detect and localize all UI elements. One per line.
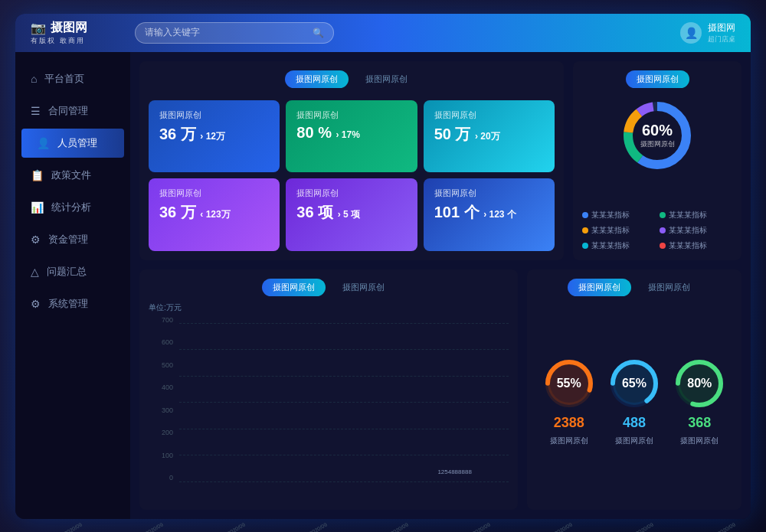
card-value-1: 80 % › 17% bbox=[296, 124, 406, 142]
legend-label-0: 某某某指标 bbox=[591, 210, 630, 220]
main-tab-0[interactable]: 摄图网原创 bbox=[285, 70, 349, 88]
gauge-item-2: 80%368摄图网原创 bbox=[673, 357, 726, 446]
legend-label-1: 某某某指标 bbox=[669, 210, 707, 220]
search-icon[interactable]: 🔍 bbox=[313, 28, 324, 38]
card-title-3: 摄图网原创 bbox=[159, 188, 269, 199]
donut-container: 60% 摄图网原创 bbox=[582, 97, 732, 174]
gauge-item-1: 65%488摄图网原创 bbox=[607, 357, 661, 446]
gauge-item-0: 55%2388摄图网原创 bbox=[542, 357, 596, 446]
legend-5: 某某某指标 bbox=[660, 240, 732, 251]
legend-dot-1 bbox=[660, 212, 666, 218]
cards-panel: 摄图网原创 摄图网原创 摄图网原创 36 万 › 12万 摄图网原创 80 % … bbox=[139, 61, 564, 260]
issues-icon: △ bbox=[31, 266, 39, 278]
user-info: 摄图网 超门店桌 bbox=[708, 21, 735, 44]
legend-label-5: 某某某指标 bbox=[669, 240, 707, 251]
gauge-circle-2: 80% bbox=[673, 357, 726, 410]
content: 摄图网原创 摄图网原创 摄图网原创 36 万 › 12万 摄图网原创 80 % … bbox=[130, 52, 751, 519]
sidebar-item-issues[interactable]: △ 问题汇总 bbox=[15, 257, 130, 286]
legend-label-3: 某某某指标 bbox=[669, 225, 707, 236]
main-tab-1[interactable]: 摄图网原创 bbox=[355, 70, 418, 88]
card-title-2: 摄图网原创 bbox=[434, 109, 544, 121]
card-value-5: 101 个 › 123 个 bbox=[434, 202, 544, 223]
legend-2: 某某某指标 bbox=[582, 225, 655, 236]
user-name: 摄图网 bbox=[708, 21, 735, 34]
gauge-num-0: 2388 bbox=[554, 415, 584, 431]
sidebar-item-home[interactable]: ⌂ 平台首页 bbox=[15, 64, 130, 93]
stat-card-4: 摄图网原创 36 项 › 5 项 bbox=[286, 178, 417, 251]
card-value-4: 36 项 › 5 项 bbox=[296, 202, 406, 223]
card-value-3: 36 万 ‹ 123万 bbox=[159, 202, 269, 223]
donut-center: 60% 摄图网原创 bbox=[640, 122, 675, 149]
legend-1: 某某某指标 bbox=[660, 210, 732, 220]
gauge-row: 55%2388摄图网原创 65%488摄图网原创 80%368摄图网原创 bbox=[536, 302, 732, 501]
bottom-section: 摄图网原创 摄图网原创 单位:万元 7006005004003002001000 bbox=[139, 269, 741, 510]
right-panel-tab[interactable]: 摄图网原创 bbox=[626, 70, 689, 88]
legend-grid: 某某某指标 某某某指标 某某某指标 某某某指标 bbox=[582, 210, 732, 251]
logo-icon: 📷 bbox=[31, 21, 46, 35]
search-bar[interactable]: 请输入关键字 🔍 bbox=[135, 22, 334, 44]
sidebar-label-stats: 统计分析 bbox=[51, 201, 91, 214]
logo-area: 📷 摄图网 有版权 敢商用 bbox=[31, 20, 123, 46]
chart-panel: 摄图网原创 摄图网原创 单位:万元 7006005004003002001000 bbox=[139, 269, 518, 510]
card-title-0: 摄图网原创 bbox=[159, 109, 269, 121]
stat-card-1: 摄图网原创 80 % › 17% bbox=[286, 100, 417, 173]
card-title-5: 摄图网原创 bbox=[434, 188, 544, 199]
system-icon: ⚙ bbox=[31, 298, 41, 310]
gauge-pct-0: 55% bbox=[557, 377, 581, 390]
legend-label-4: 某某某指标 bbox=[591, 240, 630, 251]
sidebar-label-system: 系统管理 bbox=[48, 297, 88, 311]
sidebar-label-policy: 政策文件 bbox=[51, 168, 91, 182]
logo-text: 摄图网 bbox=[51, 20, 87, 36]
gauge-tab-1[interactable]: 摄图网原创 bbox=[637, 279, 701, 296]
chart-unit: 单位:万元 bbox=[149, 302, 509, 313]
stat-card-3: 摄图网原创 36 万 ‹ 123万 bbox=[149, 178, 280, 251]
chart-tabs: 摄图网原创 摄图网原创 bbox=[149, 279, 509, 296]
grid-2 bbox=[179, 376, 509, 377]
card-value-0: 36 万 › 12万 bbox=[159, 124, 269, 145]
sidebar-item-contract[interactable]: ☰ 合同管理 bbox=[15, 96, 130, 126]
gauge-label-0: 摄图网原创 bbox=[550, 436, 588, 446]
sidebar-label-personnel: 人员管理 bbox=[57, 136, 97, 150]
topbar-right: 👤 摄图网 超门店桌 bbox=[680, 21, 735, 44]
gauge-pct-2: 80% bbox=[687, 377, 712, 390]
user-sub: 超门店桌 bbox=[708, 34, 735, 44]
stat-card-0: 摄图网原创 36 万 › 12万 bbox=[149, 100, 280, 173]
legend-dot-4 bbox=[582, 243, 588, 249]
cards-grid: 摄图网原创 36 万 › 12万 摄图网原创 80 % › 17% 摄图网原创 … bbox=[149, 100, 555, 251]
sidebar-item-policy[interactable]: 📋 政策文件 bbox=[15, 161, 130, 190]
stat-card-5: 摄图网原创 101 个 › 123 个 bbox=[424, 178, 555, 251]
sidebar-item-stats[interactable]: 📊 统计分析 bbox=[15, 193, 130, 222]
policy-icon: 📋 bbox=[31, 169, 44, 181]
grid-0 bbox=[179, 323, 509, 324]
gauge-circle-1: 65% bbox=[607, 357, 661, 410]
sidebar: ⌂ 平台首页 ☰ 合同管理 👤 人员管理 📋 政策文件 📊 统计分析 ⚙ 资金 bbox=[15, 52, 130, 519]
search-placeholder: 请输入关键字 bbox=[145, 26, 306, 39]
sidebar-label-finance: 资金管理 bbox=[48, 233, 88, 246]
sidebar-item-finance[interactable]: ⚙ 资金管理 bbox=[15, 225, 130, 254]
legend-dot-5 bbox=[660, 243, 666, 249]
right-panel-header: 摄图网原创 bbox=[582, 70, 732, 88]
finance-icon: ⚙ bbox=[31, 233, 41, 246]
donut-wrap: 60% 摄图网原创 bbox=[619, 97, 696, 174]
sidebar-label-home: 平台首页 bbox=[44, 72, 84, 86]
legend-dot-2 bbox=[582, 227, 588, 233]
donut-pct: 60% bbox=[640, 122, 675, 139]
main-tabs: 摄图网原创 摄图网原创 bbox=[149, 70, 555, 88]
screen: 📷 摄图网 有版权 敢商用 请输入关键字 🔍 👤 摄图网 超门店桌 ⌂ 平台首页 bbox=[15, 14, 751, 519]
contract-icon: ☰ bbox=[31, 105, 41, 117]
gauge-label-1: 摄图网原创 bbox=[615, 436, 653, 446]
legend-3: 某某某指标 bbox=[660, 225, 732, 236]
sidebar-item-system[interactable]: ⚙ 系统管理 bbox=[15, 289, 130, 318]
bar-tooltip: 1254888888 bbox=[437, 468, 472, 475]
logo-tagline: 有版权 敢商用 bbox=[31, 36, 123, 46]
gauge-num-2: 368 bbox=[688, 415, 711, 431]
chart-tab-1[interactable]: 摄图网原创 bbox=[332, 279, 395, 296]
grid-3 bbox=[179, 402, 509, 403]
home-icon: ⌂ bbox=[31, 73, 37, 85]
chart-tab-0[interactable]: 摄图网原创 bbox=[262, 279, 326, 296]
chart-area: 7006005004003002001000 1254888888 bbox=[149, 316, 509, 501]
gauge-tab-0[interactable]: 摄图网原创 bbox=[568, 279, 631, 296]
legend-dot-0 bbox=[582, 212, 588, 218]
gauge-tabs: 摄图网原创 摄图网原创 bbox=[536, 279, 732, 296]
sidebar-item-personnel[interactable]: 👤 人员管理 bbox=[21, 129, 124, 158]
